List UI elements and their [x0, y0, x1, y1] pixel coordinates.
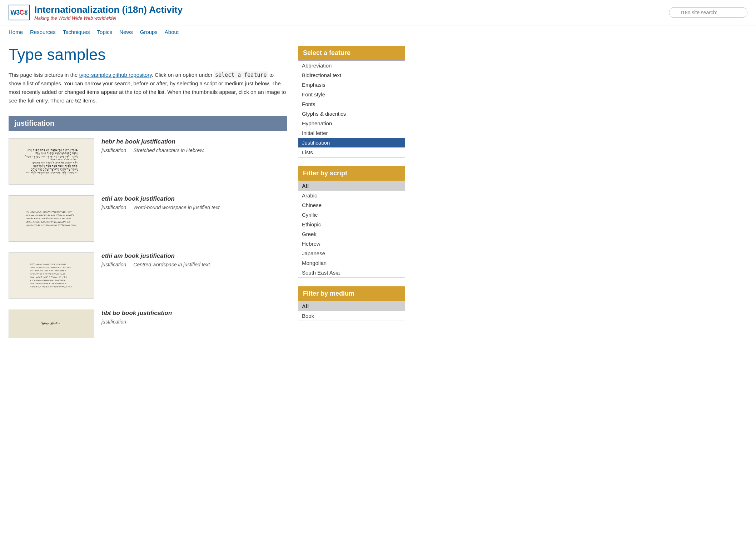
sidebar-item-glyphs[interactable]: Glyphs & diacritics — [298, 109, 405, 119]
medium-filter-book[interactable]: Book — [298, 311, 405, 321]
feature-filter-list: Abbreviation Bidirectional text Emphasis… — [298, 60, 405, 157]
feature-filter-title: Select a feature — [298, 46, 405, 60]
content-area: Type samples This page lists pictures in… — [9, 46, 287, 349]
list-item: እናም ፡ መልስሆና ፡ «ቢሆን፡ ቢሆን ፡ ስለብአድ፡ ርካሬሌ ፡ … — [9, 252, 287, 299]
mono-select: select a feature — [214, 71, 268, 79]
item-tag1: justification — [101, 147, 126, 153]
page-title: Type samples — [9, 46, 287, 64]
site-title-area: Internationalization (i18n) Activity Mak… — [34, 4, 183, 21]
item-title: ethi am book justification — [101, 195, 287, 202]
nav-topics[interactable]: Topics — [97, 29, 113, 35]
search-input[interactable] — [669, 7, 747, 18]
nav-about[interactable]: About — [165, 29, 179, 35]
script-filter-greek[interactable]: Greek — [298, 229, 405, 239]
header: W3C® Internationalization (i18n) Activit… — [0, 0, 756, 25]
thumb-image-tibetan: ཐིབྟི བོ བུཀ ཇུསྟིཕིཀཏིོན་ — [40, 320, 63, 327]
list-item: בּוֹ מַלְאַך יְהוָה אֵלָיו בְּלַבַּת־אֵש… — [9, 138, 287, 185]
site-title-link[interactable]: Internationalization (i18n) Activity — [34, 4, 183, 15]
script-filter-list: All Arabic Chinese Cyrillic Ethiopic Gre… — [298, 181, 405, 278]
medium-filter-title: Filter by medium — [298, 286, 405, 301]
item-tag1: justification — [101, 262, 126, 267]
script-filter-sea[interactable]: South East Asia — [298, 268, 405, 277]
sidebar-item-lists[interactable]: Lists — [298, 147, 405, 157]
sidebar-item-hyphenation[interactable]: Hyphenation — [298, 119, 405, 128]
main-layout: Type samples This page lists pictures in… — [0, 39, 756, 356]
script-filter-chinese[interactable]: Chinese — [298, 200, 405, 210]
item-tag1: justification — [101, 319, 126, 325]
sidebar-item-emphasis[interactable]: Emphasis — [298, 80, 405, 90]
script-filter-ethiopic[interactable]: Ethiopic — [298, 220, 405, 229]
item-info: ethi am book justification justification… — [101, 252, 287, 267]
item-info: tibt bo book justification justification — [101, 310, 287, 325]
item-tags: justification Centred wordspace in justi… — [101, 262, 287, 267]
sidebar-item-bidirectional[interactable]: Bidirectional text — [298, 70, 405, 80]
script-filter-all[interactable]: All — [298, 181, 405, 191]
item-tags: justification Stretched characters in He… — [101, 147, 287, 153]
script-filter-japanese[interactable]: Japanese — [298, 249, 405, 258]
search-wrap: 🔍 — [669, 7, 747, 18]
sidebar: Select a feature Abbreviation Bidirectio… — [298, 46, 405, 349]
item-tag2: Stretched characters in Hebrew. — [133, 147, 204, 153]
script-filter-cyrillic[interactable]: Cyrillic — [298, 210, 405, 220]
script-filter-title: Filter by script — [298, 166, 405, 181]
section-heading: justification — [9, 116, 287, 131]
nav-home[interactable]: Home — [9, 29, 23, 35]
item-thumbnail[interactable]: የኔ፡ ወንዙ፡ ስሌሉ፡ ዝለሶም፡ የማይደነምብበት፡ የም ስር፡ መፌ… — [9, 195, 94, 242]
w3c-logo: W3C® — [9, 5, 30, 20]
medium-filter-all[interactable]: All — [298, 301, 405, 311]
item-tag2: Centred wordspace in justified text. — [133, 262, 211, 267]
site-subtitle: Making the World Wide Web worldwide! — [34, 15, 183, 21]
thumb-image-ethiopic1: የኔ፡ ወንዙ፡ ስሌሉ፡ ዝለሶም፡ የማይደነምብበት፡ የም ስር፡ መፌ… — [25, 209, 78, 228]
nav-groups[interactable]: Groups — [140, 29, 158, 35]
script-filter-arabic[interactable]: Arabic — [298, 191, 405, 200]
sidebar-item-abbreviation[interactable]: Abbreviation — [298, 61, 405, 70]
repo-link[interactable]: type-samples github repository — [79, 72, 152, 78]
main-nav: Home Resources Techniques Topics News Gr… — [0, 25, 756, 39]
item-info: ethi am book justification justification… — [101, 195, 287, 210]
script-filter-hebrew[interactable]: Hebrew — [298, 239, 405, 249]
nav-news[interactable]: News — [119, 29, 133, 35]
thumb-image-ethiopic2: እናም ፡ መልስሆና ፡ «ቢሆን፡ ቢሆን ፡ ስለብአድ፡ ርካሬሌ ፡ … — [29, 261, 75, 290]
nav-techniques[interactable]: Techniques — [63, 29, 90, 35]
item-thumbnail[interactable]: בּוֹ מַלְאַך יְהוָה אֵלָיו בְּלַבַּת־אֵש… — [9, 138, 94, 185]
item-thumbnail[interactable]: ཐིབྟི བོ བུཀ ཇུསྟིཕིཀཏིོན་ — [9, 310, 94, 338]
sidebar-item-justification[interactable]: Justification — [298, 138, 405, 147]
sidebar-item-font-style[interactable]: Font style — [298, 90, 405, 99]
item-info: hebr he book justification justification… — [101, 138, 287, 153]
item-tag1: justification — [101, 205, 126, 210]
item-tags: justification — [101, 319, 287, 325]
nav-resources[interactable]: Resources — [30, 29, 56, 35]
item-thumbnail[interactable]: እናም ፡ መልስሆና ፡ «ቢሆን፡ ቢሆን ፡ ስለብአድ፡ ርካሬሌ ፡ … — [9, 252, 94, 299]
sidebar-item-initial[interactable]: Initial letter — [298, 128, 405, 138]
medium-filter-list: All Book — [298, 301, 405, 321]
logo-area: W3C® Internationalization (i18n) Activit… — [9, 4, 183, 21]
list-item: ཐིབྟི བོ བུཀ ཇུསྟིཕིཀཏིོན་ tibt bo book … — [9, 310, 287, 338]
thumb-image-hebrew: בּוֹ מַלְאַך יְהוָה אֵלָיו בְּלַבַּת־אֵש… — [24, 147, 79, 176]
sidebar-item-fonts[interactable]: Fonts — [298, 99, 405, 109]
item-tag2: Word-bound wordspace in justified text. — [133, 205, 221, 210]
item-tags: justification Word-bound wordspace in ju… — [101, 205, 287, 210]
intro-text: This page lists pictures in the type-sam… — [9, 71, 287, 105]
script-filter-mongolian[interactable]: Mongolian — [298, 258, 405, 268]
item-title: hebr he book justification — [101, 138, 287, 145]
item-title: ethi am book justification — [101, 252, 287, 260]
item-title: tibt bo book justification — [101, 310, 287, 317]
list-item: የኔ፡ ወንዙ፡ ስሌሉ፡ ዝለሶም፡ የማይደነምብበት፡ የም ስር፡ መፌ… — [9, 195, 287, 242]
